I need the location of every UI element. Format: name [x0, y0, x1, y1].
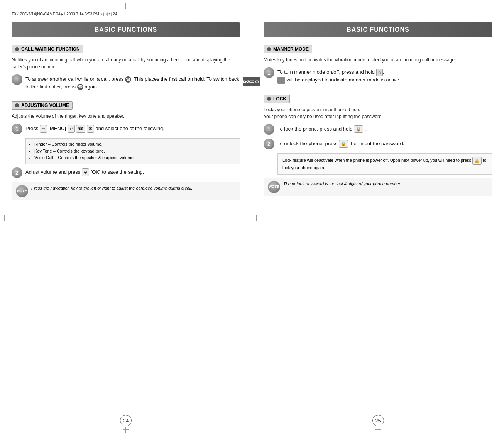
section-lock: LOCK Locks your phone to prevent unautho… [264, 95, 492, 196]
crosshair-right [244, 215, 250, 221]
section-title-label-lock: LOCK [273, 96, 286, 102]
info-box-lock: Lock feature will deactivate when the ph… [277, 153, 492, 175]
note-text-volume: Press the navigation key to the left or … [31, 185, 193, 192]
chapter-label-2-r: 2 [245, 81, 249, 83]
page-right: BASIC FUNCTIONS MANNER MODE Mutes key to… [252, 0, 504, 436]
section-title-manner: MANNER MODE [264, 45, 312, 53]
step-lock-1: 1 To lock the phone, press and hold 🔒 . [264, 124, 492, 135]
step-num-1: 1 [12, 74, 22, 85]
chapter-tab-right: C H 2 [252, 77, 260, 86]
section-desc-manner: Mutes key tones and activates the vibrat… [264, 56, 492, 63]
section-desc-volume: Adjusts the volume of the ringer, key to… [12, 113, 240, 120]
step-lock-2: 2 To unlock the phone, press 🔒 then inpu… [264, 139, 492, 149]
crosshair-left [2, 215, 8, 221]
manner-key-icon: ☆ [376, 69, 383, 76]
section-manner-mode: MANNER MODE Mutes key tones and activate… [264, 45, 492, 88]
crosshair-bottom [123, 427, 129, 433]
chapter-label-2: 2 [236, 81, 240, 83]
section-desc-call-waiting: Notifies you of an incoming call when yo… [12, 56, 240, 70]
bullet-ringer: Ringer – Controls the ringer volume. [34, 141, 236, 148]
lock-ref-icon: 🔒 [472, 157, 482, 165]
dot-icon-2 [15, 103, 19, 107]
note-box-lock: NOTE The default password is the last 4 … [264, 178, 492, 196]
chapter-label-h-r: H [250, 80, 254, 83]
step-num-manner-1: 1 [264, 67, 274, 78]
section-call-waiting: CALL WAITING FUNCTION Notifies you of an… [12, 45, 240, 94]
section-title-label-call-waiting: CALL WAITING FUNCTION [21, 46, 80, 52]
page-number-left: 24 [120, 415, 132, 426]
phone-icon-1: ☎ [125, 76, 131, 83]
page-number-right: 25 [372, 415, 384, 426]
section-adjusting-volume: ADJUSTING VOLUME Adjusts the volume of t… [12, 101, 240, 200]
step-text-lock-1: To lock the phone, press and hold 🔒 . [277, 124, 366, 133]
note-badge-left: NOTE [16, 185, 28, 197]
section-title-lock: LOCK [264, 95, 290, 103]
step-call-waiting-1: 1 To answer another call while on a call… [12, 74, 240, 90]
header-left: BASIC FUNCTIONS [12, 22, 240, 37]
nav-icon-2: ☎ [76, 125, 85, 133]
section-title-label-volume: ADJUSTING VOLUME [21, 103, 69, 108]
crosshair-left-right [254, 215, 260, 221]
step-num-lock-2: 2 [264, 139, 274, 149]
crosshair-top-right [375, 3, 381, 9]
bullet-keytone: Key Tone – Controls the keypad tone. [34, 148, 236, 155]
dot-icon-manner [267, 47, 271, 51]
step-text-volume-2: Adjust volume and press ⊙ [OK] to save t… [25, 167, 144, 176]
crosshair-bottom-right [375, 427, 381, 433]
meta-bar-right [264, 12, 492, 19]
note-text-lock: The default password is the last 4 digit… [283, 181, 401, 187]
lock-key-icon-2: 🔒 [339, 140, 348, 148]
step-num-lock-1: 1 [264, 124, 274, 135]
step-text-call-waiting-1: To answer another call while on a call, … [25, 74, 240, 90]
page-left: TX-120C-7/14(NO-CAMERA)-1 2003.7.14 5:53… [0, 0, 252, 436]
menu-icon: ✏ [40, 125, 47, 133]
section-title-label-manner: MANNER MODE [273, 46, 309, 52]
vibrate-icon [277, 77, 285, 84]
step-text-manner-1: To turn manner mode on/off, press and ho… [277, 67, 401, 84]
phone-icon-2: ☎ [77, 84, 83, 90]
step-text-lock-2: To unlock the phone, press 🔒 then input … [277, 139, 404, 148]
step-text-volume-1: Press ✏ [MENU] ↩ ☎ ✉ and select one of t… [25, 124, 164, 133]
bullet-voicecall: Voice Call – Controls the speaker & earp… [34, 154, 236, 161]
bullet-box-volume: Ringer – Controls the ringer volume. Key… [25, 138, 240, 164]
section-desc-lock: Locks your phone to prevent unauthorized… [264, 106, 492, 120]
section-title-call-waiting: CALL WAITING FUNCTION [12, 45, 83, 53]
step-num-vol-2: 2 [12, 167, 22, 178]
header-right: BASIC FUNCTIONS [264, 22, 492, 37]
crosshair-right-right [496, 215, 502, 221]
nav-icon-3: ✉ [87, 125, 94, 133]
step-volume-1: 1 Press ✏ [MENU] ↩ ☎ ✉ and select one of… [12, 124, 240, 134]
step-volume-2: 2 Adjust volume and press ⊙ [OK] to save… [12, 167, 240, 178]
meta-bar-left: TX-120C-7/14(NO-CAMERA)-1 2003.7.14 5:53… [12, 12, 240, 19]
note-badge-right: NOTE [268, 181, 280, 193]
nav-icon-1: ↩ [68, 125, 75, 133]
step-manner-1: 1 To turn manner mode on/off, press and … [264, 67, 492, 84]
section-title-volume: ADJUSTING VOLUME [12, 101, 73, 110]
note-box-volume: NOTE Press the navigation key to the lef… [12, 182, 240, 200]
dot-icon-lock [267, 97, 271, 101]
ok-icon: ⊙ [82, 168, 89, 176]
dot-icon [15, 47, 19, 51]
step-num-vol-1: 1 [12, 124, 22, 134]
chapter-label-c-r: C [255, 80, 259, 83]
crosshair-top [123, 3, 129, 9]
lock-key-icon-1: 🔒 [354, 125, 363, 133]
